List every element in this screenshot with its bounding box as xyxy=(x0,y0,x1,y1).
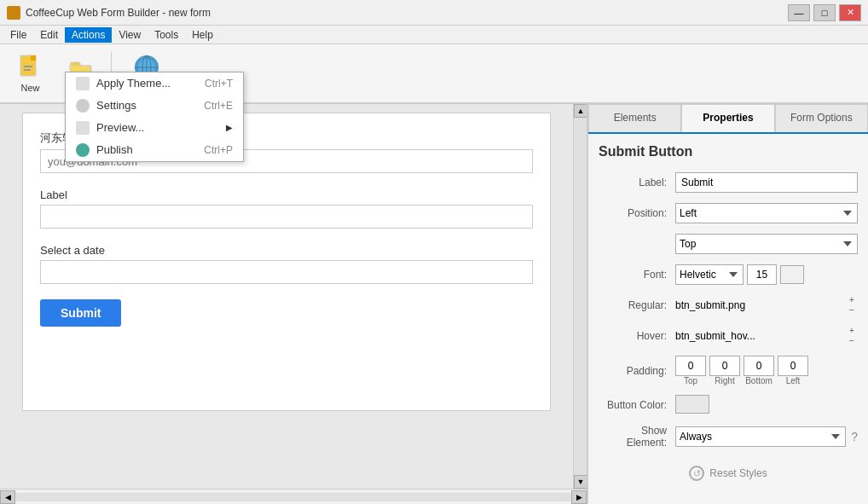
hover-value: btn_submit_hov... + − xyxy=(675,326,858,346)
padding-left-input[interactable] xyxy=(778,356,808,376)
label-row: Label: xyxy=(599,171,858,194)
form-canvas-area: 河东软件园邮箱 Label Select a date xyxy=(0,104,573,489)
menu-file[interactable]: File xyxy=(3,27,33,43)
date-field-group: Select a date xyxy=(40,244,533,284)
submit-button[interactable]: Submit xyxy=(40,299,121,327)
new-button[interactable]: New xyxy=(7,48,54,99)
padding-right-input[interactable] xyxy=(709,356,740,376)
label-value xyxy=(675,172,858,193)
apply-theme-shortcut: Ctrl+T xyxy=(205,78,233,90)
label-field-label: Label xyxy=(40,188,533,201)
minimize-button[interactable]: — xyxy=(788,4,810,21)
panel-tabs: Elements Properties Form Options xyxy=(588,104,868,134)
hover-add-button[interactable]: + xyxy=(846,326,858,336)
position-select[interactable]: Left Center Right xyxy=(675,203,858,223)
button-color-label: Button Color: xyxy=(599,399,675,411)
scroll-thumb[interactable] xyxy=(574,118,587,475)
help-icon[interactable]: ? xyxy=(851,430,858,443)
scroll-down-button[interactable]: ▼ xyxy=(574,475,587,489)
regular-file-name: btn_submit.png xyxy=(675,299,842,311)
label-input-field[interactable] xyxy=(675,172,858,193)
padding-labels-row: Top Right Bottom Left xyxy=(675,376,858,385)
regular-row: Regular: btn_submit.png + − xyxy=(599,294,858,316)
hover-label: Hover: xyxy=(599,330,675,342)
hover-remove-button[interactable]: − xyxy=(846,336,858,346)
form-area-wrapper: 河东软件园邮箱 Label Select a date xyxy=(0,104,587,504)
position-row2: Top Middle Bottom xyxy=(599,233,858,255)
close-button[interactable]: ✕ xyxy=(839,4,861,21)
label-input[interactable] xyxy=(40,205,533,229)
horizontal-scrollbar[interactable]: ◀ ▶ xyxy=(0,489,587,504)
date-field-label: Select a date xyxy=(40,244,533,257)
show-element-select[interactable]: Always Never Conditional xyxy=(675,426,846,447)
new-label: New xyxy=(20,83,39,93)
menu-tools[interactable]: Tools xyxy=(148,27,185,43)
position-vertical-select[interactable]: Top Middle Bottom xyxy=(675,234,858,254)
hover-add-remove: + − xyxy=(846,326,858,346)
padding-row: Padding: Top Right Bottom Left xyxy=(599,356,858,385)
new-icon xyxy=(17,54,44,81)
padding-value: Top Right Bottom Left xyxy=(675,356,858,385)
menu-view[interactable]: View xyxy=(112,27,148,43)
date-input[interactable] xyxy=(40,260,533,284)
font-row: Font: Helvetic Arial Times New Roman xyxy=(599,264,858,286)
scroll-left-button[interactable]: ◀ xyxy=(0,490,15,504)
padding-bottom-input[interactable] xyxy=(744,356,774,376)
padding-top-input[interactable] xyxy=(675,356,706,376)
position-row: Position: Left Center Right xyxy=(599,202,858,224)
actions-dropdown: Apply Theme... Ctrl+T Settings Ctrl+E Pr… xyxy=(65,72,244,162)
hscroll-track[interactable] xyxy=(15,493,571,501)
button-color-picker[interactable] xyxy=(675,395,709,414)
show-element-label: Show Element: xyxy=(599,425,675,449)
panel-title: Submit Button xyxy=(599,144,858,159)
menubar: File Edit Actions Apply Theme... Ctrl+T … xyxy=(0,26,868,44)
hover-row: Hover: btn_submit_hov... + − xyxy=(599,325,858,347)
label-field-group: Label xyxy=(40,188,533,229)
publish-shortcut: Ctrl+P xyxy=(204,144,233,156)
maximize-button[interactable]: □ xyxy=(813,4,836,21)
label-field-label: Label: xyxy=(599,177,675,188)
settings-icon xyxy=(76,99,90,113)
menu-edit[interactable]: Edit xyxy=(33,27,65,43)
menu-help[interactable]: Help xyxy=(185,27,220,43)
font-color-box[interactable] xyxy=(780,265,804,284)
position-value2: Top Middle Bottom xyxy=(675,234,858,254)
padding-inputs xyxy=(675,356,858,376)
svg-rect-3 xyxy=(24,69,31,71)
regular-add-button[interactable]: + xyxy=(846,295,858,305)
scroll-up-button[interactable]: ▲ xyxy=(574,104,587,118)
padding-bottom-label: Bottom xyxy=(744,376,774,385)
tab-elements[interactable]: Elements xyxy=(588,104,681,132)
tab-properties[interactable]: Properties xyxy=(681,104,774,132)
panel-content: Submit Button Label: Position: Left Cent… xyxy=(588,134,868,504)
regular-label: Regular: xyxy=(599,299,675,311)
tab-form-options[interactable]: Form Options xyxy=(775,104,868,132)
regular-add-remove: + − xyxy=(846,295,858,316)
scroll-right-button[interactable]: ▶ xyxy=(571,490,587,504)
position-label: Position: xyxy=(599,207,675,219)
padding-left-label: Left xyxy=(778,376,808,385)
menu-publish[interactable]: Publish Ctrl+P xyxy=(66,139,243,161)
preview-icon xyxy=(76,121,90,135)
menu-apply-theme[interactable]: Apply Theme... Ctrl+T xyxy=(66,72,243,95)
reset-styles-row[interactable]: ↺ Reset Styles xyxy=(599,457,858,490)
right-panel: Elements Properties Form Options Submit … xyxy=(587,104,868,504)
app-icon xyxy=(7,6,20,20)
padding-label: Padding: xyxy=(599,365,675,377)
show-element-value: Always Never Conditional ? xyxy=(675,426,858,447)
position-value: Left Center Right xyxy=(675,203,858,223)
titlebar: CoffeeCup Web Form Builder - new form — … xyxy=(0,0,868,26)
settings-label: Settings xyxy=(96,99,187,112)
padding-right-label: Right xyxy=(709,376,740,385)
menu-settings[interactable]: Settings Ctrl+E xyxy=(66,95,243,117)
menu-preview[interactable]: Preview... ▶ xyxy=(66,117,243,139)
settings-shortcut: Ctrl+E xyxy=(204,100,233,112)
preview-submenu-arrow: ▶ xyxy=(226,123,233,132)
font-size-input[interactable] xyxy=(747,264,777,285)
svg-rect-2 xyxy=(24,66,32,67)
vertical-scrollbar[interactable]: ▲ ▼ xyxy=(573,104,587,489)
regular-remove-button[interactable]: − xyxy=(846,305,858,316)
font-family-select[interactable]: Helvetic Arial Times New Roman xyxy=(675,264,744,285)
form-area-inner: 河东软件园邮箱 Label Select a date xyxy=(0,104,587,489)
menu-actions[interactable]: Actions Apply Theme... Ctrl+T Settings C… xyxy=(65,27,112,43)
